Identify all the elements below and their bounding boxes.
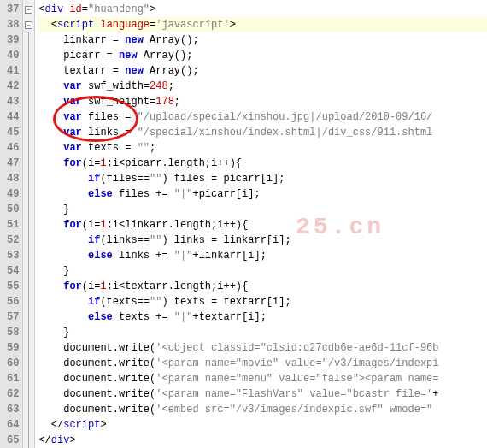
fold-cell [23,32,34,48]
fold-cell [23,325,34,340]
fold-cell [23,386,34,402]
code-line[interactable]: for(i=1;i<picarr.length;i++){ [38,156,487,171]
fold-cell [23,263,34,279]
fold-minus-icon[interactable]: − [25,21,32,29]
fold-cell: − [23,2,34,17]
fold-cell [23,48,34,63]
fold-cell [23,109,34,125]
code-line[interactable]: if(texts=="") texts = textarr[i]; [38,294,487,309]
line-number: 47 [7,156,19,171]
line-number: 38 [7,17,19,32]
code-line[interactable]: document.write('<object classid="clsid:d… [38,340,487,356]
line-number: 52 [7,233,19,248]
code-line[interactable]: var swf_height=178; [38,94,487,109]
fold-cell [23,340,34,356]
code-line[interactable]: document.write('<param name="menu" value… [38,371,487,386]
code-line[interactable]: else files += "|"+picarr[i]; [38,186,487,202]
code-line[interactable]: else texts += "|"+textarr[i]; [38,309,487,325]
line-number: 50 [7,202,19,217]
code-line[interactable]: for(i=1;i<linkarr.length;i++){ [38,217,487,233]
fold-cell [23,294,34,309]
code-line[interactable]: textarr = new Array(); [38,63,487,79]
line-number: 44 [7,109,19,125]
fold-cell [23,371,34,386]
code-line[interactable]: var files = "/upload/special/xinshou.jpg… [38,109,487,125]
line-number: 45 [7,125,19,140]
line-number: 43 [7,94,19,109]
code-line[interactable]: } [38,202,487,217]
fold-minus-icon[interactable]: − [25,6,32,14]
line-number: 55 [7,279,19,294]
code-editor: 3738394041424344454647484950515253545556… [0,0,487,448]
line-number: 54 [7,263,19,279]
code-line[interactable]: else links += "|"+linkarr[i]; [38,248,487,263]
code-line[interactable]: var swf_width=248; [38,79,487,94]
code-line[interactable]: var links = "/special/xinshou/index.shtm… [38,125,487,140]
fold-cell: − [23,17,34,32]
code-line[interactable]: document.write('<embed src="/v3/images/i… [38,402,487,417]
line-number: 56 [7,294,19,309]
line-number: 63 [7,402,19,417]
line-number: 60 [7,356,19,371]
fold-cell [23,233,34,248]
line-number: 41 [7,63,19,79]
line-number: 62 [7,386,19,402]
code-line[interactable]: </script> [38,417,487,433]
fold-cell [23,140,34,156]
code-line[interactable]: if(files=="") files = picarr[i]; [38,171,487,186]
code-line[interactable]: document.write('<param name="movie" valu… [38,356,487,371]
fold-cell [23,217,34,233]
fold-cell [23,171,34,186]
code-line[interactable]: <div id="huandeng"> [38,2,487,17]
code-area[interactable]: <div id="huandeng"> <script language='ja… [35,0,487,448]
line-number: 48 [7,171,19,186]
code-line[interactable]: document.write('<param name="FlashVars" … [38,386,487,402]
code-line[interactable]: } [38,325,487,340]
fold-cell [23,417,34,433]
line-number: 64 [7,417,19,433]
fold-cell [23,125,34,140]
fold-cell [23,356,34,371]
line-number: 65 [7,433,19,448]
fold-cell [23,309,34,325]
fold-cell [23,402,34,417]
code-line[interactable]: var texts = ""; [38,140,487,156]
line-number: 40 [7,48,19,63]
line-number: 42 [7,79,19,94]
fold-cell [23,248,34,263]
fold-cell [23,433,34,448]
line-number: 49 [7,186,19,202]
code-line[interactable]: <script language='javascript'> [38,17,487,32]
code-line[interactable]: </div> [38,433,487,448]
line-number: 39 [7,32,19,48]
line-number: 46 [7,140,19,156]
fold-cell [23,279,34,294]
fold-column: −− [23,0,35,448]
fold-cell [23,202,34,217]
line-number: 59 [7,340,19,356]
line-number: 53 [7,248,19,263]
fold-cell [23,94,34,109]
line-number: 37 [7,2,19,17]
fold-cell [23,79,34,94]
fold-cell [23,63,34,79]
line-number: 51 [7,217,19,233]
line-number: 57 [7,309,19,325]
code-line[interactable]: } [38,263,487,279]
code-line[interactable]: for(i=1;i<textarr.length;i++){ [38,279,487,294]
code-line[interactable]: if(links=="") links = linkarr[i]; [38,233,487,248]
line-number: 58 [7,325,19,340]
fold-cell [23,156,34,171]
gutter: 3738394041424344454647484950515253545556… [0,0,23,448]
fold-cell [23,186,34,202]
code-line[interactable]: linkarr = new Array(); [38,32,487,48]
line-number: 61 [7,371,19,386]
code-line[interactable]: picarr = new Array(); [38,48,487,63]
